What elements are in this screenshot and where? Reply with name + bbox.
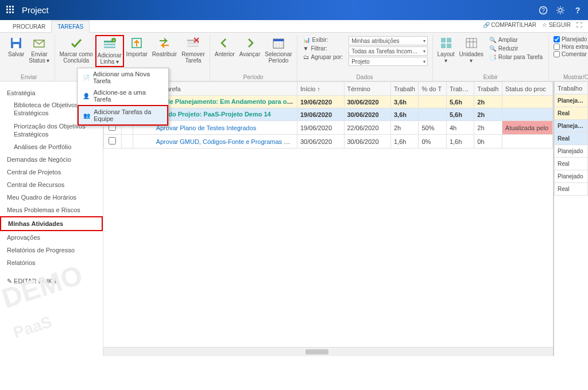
tasks-table: ⓘ Nome da Tarefa Início ↑ Término Trabal… — [103, 81, 553, 149]
fullscreen-icon[interactable]: ⛶ — [577, 22, 582, 28]
main-grid: ⓘ Nome da Tarefa Início ↑ Término Trabal… — [103, 81, 588, 356]
sidebar-item-activities[interactable]: Minhas Atividades — [0, 216, 103, 231]
svg-line-18 — [558, 12, 559, 13]
zoom-in-button[interactable]: 🔍 Ampliar — [488, 36, 544, 44]
group-select[interactable]: Projeto — [349, 57, 427, 66]
sidebar-item[interactable]: Meu Quadro de Horários — [0, 191, 103, 204]
right-cell[interactable]: Real — [555, 158, 588, 170]
calendar-icon — [272, 36, 285, 50]
comment-checkbox[interactable]: Comentar ao Enviar — [554, 51, 588, 57]
watermark: DEMOPaaS — [0, 259, 96, 344]
help2-icon[interactable]: ? — [573, 6, 582, 15]
task-name[interactable]: Aprovar GMUD, Códigos-Fonte e Programas … — [156, 138, 297, 145]
remove-task-button[interactable]: Remover Tarefa — [179, 35, 207, 65]
group-label: 🗂 Agrupar por: — [302, 53, 345, 61]
save-button[interactable]: Salvar — [6, 35, 26, 58]
group-view: Exibir — [483, 73, 498, 81]
tab-row: PROCURAR TAREFAS 🔗 COMPARTILHAR ☆ SEGUIR… — [0, 20, 588, 33]
svg-rect-4 — [9, 9, 11, 10]
col-status[interactable]: Status do proc — [502, 82, 552, 96]
menu-new-task[interactable]: 📄Adicionar uma Nova Tarefa — [78, 68, 168, 87]
planned-checkbox[interactable]: Planejado — [554, 36, 588, 42]
right-cell[interactable]: Planejado — [555, 120, 588, 132]
zoom-out-button[interactable]: 🔍 Reduzir — [488, 45, 544, 52]
svg-rect-22 — [13, 38, 20, 42]
next-button[interactable]: Avançar — [237, 35, 263, 58]
col-end[interactable]: Término — [344, 82, 391, 96]
task-name[interactable]: Aprovar Plano de Testes Integrados — [156, 124, 257, 131]
right-cell[interactable]: Real — [555, 132, 588, 145]
add-row-icon: + — [103, 37, 117, 51]
svg-line-16 — [558, 7, 559, 9]
row-checkbox[interactable] — [109, 137, 116, 145]
import-button[interactable]: Importar — [124, 35, 150, 58]
svg-rect-0 — [6, 6, 8, 7]
tab-tasks[interactable]: TAREFAS — [51, 21, 90, 33]
table-row: Aprovar Plano de Testes Integrados19/06/… — [104, 121, 553, 135]
svg-rect-38 — [273, 39, 284, 41]
gear-icon[interactable] — [556, 6, 565, 15]
right-cell[interactable]: Real — [555, 183, 588, 196]
svg-rect-1 — [9, 6, 11, 7]
table-row: ▸Nome do Projeto: PaaS-Projeto Demo 1419… — [104, 108, 553, 121]
mark-complete-button[interactable]: Marcar como Concluída — [57, 35, 95, 65]
svg-rect-43 — [447, 38, 451, 42]
svg-line-19 — [563, 7, 564, 9]
right-cell[interactable]: Planejado — [555, 95, 588, 107]
select-period-button[interactable]: Selecionar Período — [262, 35, 294, 65]
group-send: Enviar — [21, 73, 37, 81]
send-status-button[interactable]: Enviar Status ▾ — [26, 35, 52, 65]
group-data: Dados — [357, 73, 373, 81]
right-cell[interactable]: Planejado — [555, 145, 588, 158]
share-link[interactable]: 🔗 COMPARTILHAR — [483, 22, 536, 28]
sidebar-item[interactable]: Central de Projetos — [0, 166, 103, 178]
sidebar-item[interactable]: Relatórios de Progresso — [0, 244, 103, 256]
add-line-button[interactable]: +Adicionar Linha ▾ — [95, 35, 124, 67]
layout-button[interactable]: Layout ▾ — [435, 35, 457, 65]
col-w2[interactable]: Trabalho — [446, 82, 474, 96]
units-button[interactable]: Unidades ▾ — [457, 35, 486, 65]
reassign-button[interactable]: Reatribuir — [150, 35, 179, 58]
edit-links[interactable]: ✎ EDITAR LINKS — [0, 275, 103, 288]
sidebar-item[interactable]: Aprovações — [0, 231, 103, 244]
col-pct[interactable]: % do T — [419, 82, 446, 96]
svg-rect-27 — [104, 46, 115, 48]
new-task-icon: 📄 — [82, 73, 90, 81]
svg-rect-34 — [187, 45, 199, 47]
next-icon — [243, 36, 257, 50]
col-right[interactable]: Trabalho — [555, 82, 588, 95]
remove-icon — [186, 36, 200, 50]
svg-rect-7 — [9, 11, 11, 13]
show-select[interactable]: Minhas atribuições — [349, 36, 427, 45]
sidebar-item[interactable]: Central de Recursos — [0, 178, 103, 191]
svg-rect-6 — [6, 11, 8, 13]
menu-team-tasks[interactable]: 👥Adicionar Tarefas da Equipe — [78, 105, 168, 126]
filter-select[interactable]: Todas as Tarefas Incom… — [349, 46, 427, 56]
sidebar-strategy-sub3[interactable]: Análises de Portfólio — [0, 141, 103, 153]
send-icon — [32, 36, 46, 50]
col-w1[interactable]: Trabalh — [391, 82, 419, 96]
sidebar-item[interactable]: Relatórios — [0, 256, 103, 269]
check-icon — [69, 36, 83, 50]
svg-rect-5 — [12, 9, 14, 10]
previous-button[interactable]: Anterior — [212, 35, 237, 58]
help-icon[interactable]: ? — [539, 6, 548, 15]
right-cell[interactable]: Planejado — [555, 170, 588, 183]
sidebar-item[interactable]: Demandas de Negócio — [0, 153, 103, 166]
overtime-checkbox[interactable]: Hora extra — [554, 44, 588, 50]
follow-link[interactable]: ☆ SEGUIR — [542, 22, 571, 28]
app-launcher-icon[interactable] — [6, 5, 15, 15]
svg-rect-46 — [466, 38, 477, 48]
h-scrollbar[interactable] — [103, 347, 553, 356]
right-cell[interactable]: Real — [555, 107, 588, 120]
col-start[interactable]: Início ↑ — [297, 82, 345, 96]
header-actions: ? ? — [539, 6, 582, 15]
menu-join-task[interactable]: 👤Adicione-se a uma Tarefa — [78, 87, 168, 105]
app-title: Project — [22, 5, 49, 15]
col-w3[interactable]: Trabalh — [474, 82, 502, 96]
filter-label: ▼ Filtrar: — [302, 45, 345, 52]
sidebar-item[interactable]: Meus Problemas e Riscos — [0, 204, 103, 216]
app-header: Project ? ? — [0, 0, 588, 20]
tab-browse[interactable]: PROCURAR — [7, 21, 51, 32]
scroll-task-button[interactable]: 📑 Rolar para Tarefa — [488, 53, 544, 61]
